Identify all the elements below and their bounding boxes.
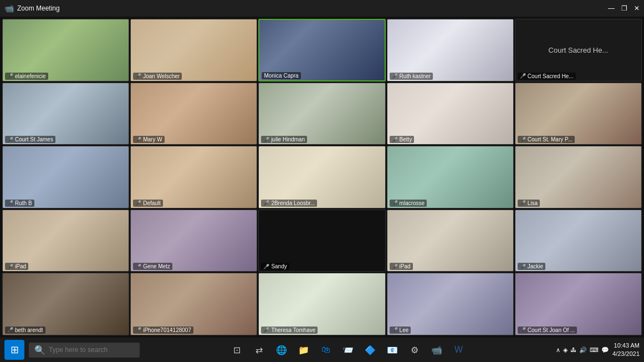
person-silhouette — [131, 19, 257, 71]
video-tile-iphone[interactable]: 🎤iPhone7014128007 — [130, 273, 257, 335]
video-tile-jackie[interactable]: 🎤Jackie — [515, 210, 642, 272]
person-silhouette — [387, 83, 513, 135]
name-text: beth arendt — [15, 327, 43, 333]
participant-name: 🎤Court Sacred He... — [518, 73, 576, 80]
mute-icon: 🎤 — [392, 137, 398, 142]
video-tile-ipad2[interactable]: 🎤iPad — [387, 210, 514, 272]
name-text: elainefenicie — [15, 73, 46, 79]
person-silhouette — [515, 273, 641, 325]
app-icon-1[interactable]: 🔷 — [360, 340, 380, 360]
video-tile-betty[interactable]: 🎤Betty — [387, 83, 514, 145]
notification-icon[interactable]: 💬 — [601, 346, 609, 354]
minimize-button[interactable]: — — [608, 4, 615, 12]
video-tile-court-james[interactable]: 🎤Court St James — [2, 83, 129, 145]
person-silhouette — [259, 210, 385, 262]
taskbar-icon-switch[interactable]: ⇄ — [249, 340, 269, 360]
search-input[interactable] — [49, 346, 134, 354]
name-text: Court St James — [15, 136, 53, 142]
video-tile-julie[interactable]: 🎤julie Hindman — [258, 83, 385, 145]
start-button[interactable]: ⊞ — [4, 340, 24, 360]
person-silhouette — [3, 19, 129, 71]
mute-icon: 🎤 — [520, 200, 526, 206]
word-icon[interactable]: W — [449, 340, 469, 360]
video-tile-lee[interactable]: 🎤Lee — [387, 273, 514, 335]
mute-icon: 🎤 — [135, 200, 141, 206]
up-arrow-icon[interactable]: ∧ — [556, 346, 560, 354]
video-tile-mlacrosse[interactable]: 🎤mlacrosse — [387, 146, 514, 208]
video-tile-court-mary[interactable]: 🎤Court St. Mary P... — [515, 83, 642, 145]
person-silhouette — [259, 20, 384, 70]
person-silhouette — [387, 146, 513, 198]
settings-icon[interactable]: ⚙ — [405, 340, 425, 360]
participant-name: 🎤Lee — [390, 327, 411, 334]
mail-icon[interactable]: 📨 — [338, 340, 358, 360]
video-tile-lisa[interactable]: 🎤Lisa — [515, 146, 642, 208]
name-text: Theresa Tomhave — [271, 327, 315, 333]
title-bar-right[interactable]: — ❐ ✕ — [608, 4, 640, 12]
search-icon: 🔍 — [34, 345, 45, 355]
video-tile-brenda[interactable]: 🎤2Brenda Loosbr... — [258, 146, 385, 208]
name-text: mlacrosse — [400, 200, 425, 206]
close-button[interactable]: ✕ — [634, 4, 640, 12]
court-sacred-label: Court Sacred He... — [549, 46, 609, 54]
mute-icon: 🎤 — [520, 73, 526, 79]
video-tile-gene[interactable]: 🎤Gene Metz — [130, 210, 257, 272]
edge-icon[interactable]: 🌐 — [272, 340, 292, 360]
person-silhouette — [3, 83, 129, 135]
sound-icon[interactable]: 🔊 — [579, 346, 587, 354]
search-bar[interactable]: 🔍 — [29, 343, 140, 358]
participant-name: 🎤2Brenda Loosbr... — [261, 200, 317, 207]
title-bar: 📹 Zoom Meeting — ❐ ✕ — [0, 0, 644, 17]
mute-icon: 🎤 — [7, 200, 13, 206]
explorer-icon[interactable]: 📁 — [294, 340, 314, 360]
video-tile-ruth-b[interactable]: 🎤Ruth B — [2, 146, 129, 208]
zoom-area: 🎤elainefenicie🎤Joan WelscherMonica Capra… — [0, 17, 644, 338]
mute-icon: 🎤 — [392, 200, 398, 206]
video-tile-court-joan[interactable]: 🎤Court St Joan Of ... — [515, 273, 642, 335]
person-silhouette — [259, 146, 385, 198]
name-text: Gene Metz — [143, 263, 170, 269]
person-silhouette — [515, 146, 641, 198]
participant-name: 🎤Ruth B — [5, 200, 34, 207]
video-tile-joan[interactable]: 🎤Joan Welscher — [130, 19, 257, 81]
store-icon[interactable]: 🛍 — [316, 340, 336, 360]
video-tile-court-sacred[interactable]: Court Sacred He...🎤Court Sacred He... — [515, 19, 642, 81]
video-tile-beth[interactable]: 🎤beth arendt — [2, 273, 129, 335]
clock-time: 10:43 AM — [612, 341, 640, 350]
keyboard-icon[interactable]: ⌨ — [590, 346, 599, 354]
person-silhouette — [259, 273, 385, 325]
video-tile-ipad1[interactable]: 🎤iPad — [2, 210, 129, 272]
maximize-button[interactable]: ❐ — [621, 4, 627, 12]
zoom-logo: 📹 — [4, 4, 14, 13]
sys-tray: ∧ ◈ 🖧 🔊 ⌨ 💬 — [556, 346, 609, 354]
video-tile-ruth-k[interactable]: 🎤Ruth kastner — [387, 19, 514, 81]
name-text: Monica Capra — [264, 73, 298, 79]
person-silhouette — [515, 210, 641, 262]
title-bar-left: 📹 Zoom Meeting — [4, 4, 60, 13]
participant-name: 🎤Theresa Tomhave — [261, 327, 318, 334]
video-tile-sandy[interactable]: 🎤Sandy — [258, 210, 385, 272]
participant-name: 🎤Gene Metz — [133, 263, 172, 270]
video-tile-theresa[interactable]: 🎤Theresa Tomhave — [258, 273, 385, 335]
participant-name: 🎤Ruth kastner — [390, 73, 433, 80]
network-icon[interactable]: 🖧 — [570, 346, 576, 353]
taskbar-center: ⊡ ⇄ 🌐 📁 🛍 📨 🔷 📧 ⚙ 📹 W — [227, 340, 469, 360]
person-silhouette — [387, 210, 513, 262]
dropbox-icon[interactable]: ◈ — [563, 346, 568, 354]
mute-icon: 🎤 — [263, 327, 269, 333]
video-tile-default[interactable]: 🎤Default — [130, 146, 257, 208]
zoom-taskbar-icon[interactable]: 📹 — [427, 340, 447, 360]
video-tile-mary[interactable]: 🎤Mary W — [130, 83, 257, 145]
name-text: Jackie — [528, 263, 543, 269]
name-text: Court St Joan Of ... — [528, 327, 575, 333]
mute-icon: 🎤 — [520, 264, 526, 269]
taskview-button[interactable]: ⊡ — [227, 340, 247, 360]
video-tile-elaine[interactable]: 🎤elainefenicie — [2, 19, 129, 81]
title-bar-title: Zoom Meeting — [17, 4, 60, 12]
name-text: Mary W — [143, 136, 162, 142]
video-tile-monica[interactable]: Monica Capra — [258, 19, 385, 81]
participant-name: 🎤Jackie — [518, 263, 545, 270]
participant-name: 🎤elainefenicie — [5, 73, 48, 80]
name-text: Lee — [400, 327, 409, 333]
outlook-icon[interactable]: 📧 — [382, 340, 402, 360]
